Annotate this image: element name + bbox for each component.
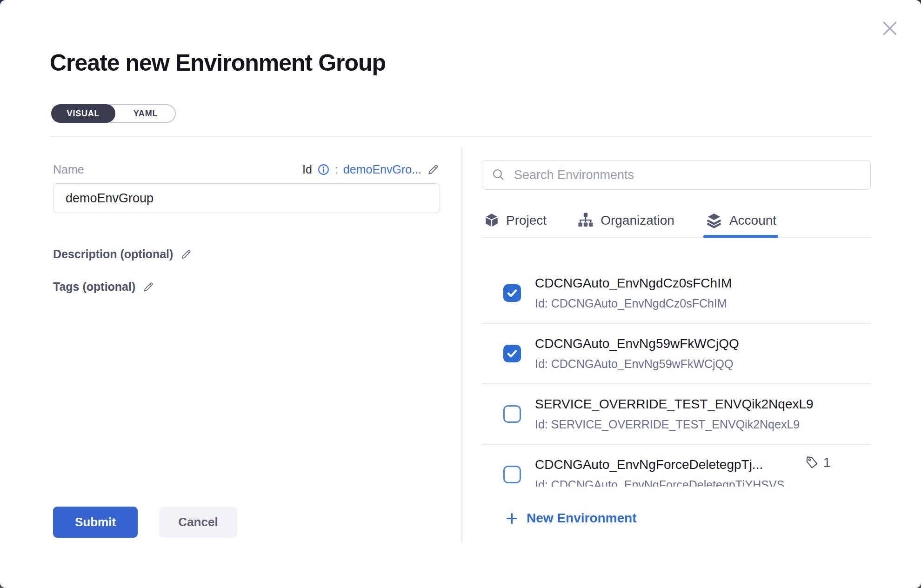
env-checkbox[interactable] [503, 405, 521, 423]
tab-account[interactable]: Account [703, 204, 778, 237]
env-row-content: CDCNGAuto_EnvNg59wFkWCjQQ Id: CDCNGAuto_… [535, 336, 739, 371]
env-checkbox[interactable] [503, 345, 521, 362]
info-icon[interactable] [317, 163, 330, 176]
toggle-yaml[interactable]: YAML [116, 105, 175, 122]
tab-organization-label: Organization [601, 213, 674, 228]
header-divider [50, 136, 871, 137]
environment-list: CDCNGAuto_EnvNgdCz0sFChIM Id: CDCNGAuto_… [482, 239, 871, 487]
toggle-visual[interactable]: VISUAL [51, 104, 115, 123]
tags-label: Tags (optional) [53, 280, 135, 294]
env-row-content: CDCNGAuto_EnvNgdCz0sFChIM Id: CDCNGAuto_… [535, 276, 732, 310]
env-tag-badge: 1 [805, 455, 831, 470]
env-id: Id: CDCNGAuto_EnvNg59wFkWCjQQ [535, 357, 739, 371]
id-separator: : [335, 163, 338, 176]
edit-tags-icon[interactable] [142, 281, 155, 293]
env-id: Id: CDCNGAuto_EnvNgdCz0sFChIM [535, 297, 732, 310]
name-input-wrap [53, 183, 440, 213]
name-input[interactable] [53, 183, 440, 213]
scope-tabs: Project Organization Account [482, 204, 871, 238]
dialog-title: Create new Environment Group [50, 49, 386, 76]
env-tag-count: 1 [823, 455, 831, 470]
close-icon [879, 18, 901, 39]
tab-project-label: Project [506, 213, 547, 228]
env-name: CDCNGAuto_EnvNg59wFkWCjQQ [535, 336, 739, 351]
environment-row[interactable]: CDCNGAuto_EnvNg59wFkWCjQQ Id: CDCNGAuto_… [482, 324, 871, 384]
env-name: CDCNGAuto_EnvNgdCz0sFChIM [535, 276, 732, 291]
dialog-actions: Submit Cancel [53, 507, 237, 538]
panel-divider [461, 147, 462, 543]
name-id-row: Name Id : demoEnvGro... [53, 163, 440, 176]
tab-account-label: Account [729, 213, 776, 228]
close-button[interactable] [879, 18, 901, 39]
new-environment-label: New Environment [527, 511, 636, 526]
tag-icon [805, 455, 819, 470]
id-label: Id [302, 163, 312, 176]
plus-icon [505, 512, 519, 525]
tags-section: Tags (optional) [53, 280, 155, 294]
visual-yaml-toggle: VISUAL YAML [51, 104, 176, 123]
description-section: Description (optional) [53, 247, 193, 261]
edit-description-icon[interactable] [180, 248, 193, 261]
id-value-link[interactable]: demoEnvGro... [343, 163, 421, 176]
create-env-group-dialog: Create new Environment Group VISUAL YAML… [0, 0, 921, 588]
env-row-content: CDCNGAuto_EnvNgForceDeletegpTj... Id: CD… [535, 457, 784, 487]
env-checkbox[interactable] [503, 284, 521, 302]
new-environment-button[interactable]: New Environment [505, 511, 636, 526]
cube-icon [484, 213, 500, 228]
org-chart-icon [577, 212, 594, 229]
cancel-button[interactable]: Cancel [159, 507, 237, 538]
tab-organization[interactable]: Organization [575, 204, 676, 237]
search-box [482, 160, 871, 190]
environment-row[interactable]: CDCNGAuto_EnvNgdCz0sFChIM Id: CDCNGAuto_… [482, 263, 871, 324]
env-checkbox[interactable] [503, 466, 521, 483]
edit-id-icon[interactable] [427, 163, 440, 176]
layers-icon [705, 212, 723, 229]
name-label: Name [53, 163, 84, 176]
search-input[interactable] [513, 167, 861, 183]
tab-project[interactable]: Project [482, 204, 548, 237]
id-cluster: Id : demoEnvGro... [302, 163, 440, 176]
env-id: Id: SERVICE_OVERRIDE_TEST_ENVQik2NqexL9 [535, 418, 814, 431]
env-id: Id: CDCNGAuto_EnvNgForceDeletegpTjYHSVS [535, 478, 784, 487]
search-icon [492, 168, 506, 182]
environment-row[interactable]: SERVICE_OVERRIDE_TEST_ENVQik2NqexL9 Id: … [482, 384, 871, 445]
submit-button[interactable]: Submit [53, 507, 138, 538]
environment-row[interactable]: CDCNGAuto_EnvNgForceDeletegpTj... Id: CD… [482, 445, 871, 487]
env-name: CDCNGAuto_EnvNgForceDeletegpTj... [535, 457, 784, 472]
env-row-content: SERVICE_OVERRIDE_TEST_ENVQik2NqexL9 Id: … [535, 397, 814, 431]
env-name: SERVICE_OVERRIDE_TEST_ENVQik2NqexL9 [535, 397, 814, 412]
description-label: Description (optional) [53, 247, 173, 261]
